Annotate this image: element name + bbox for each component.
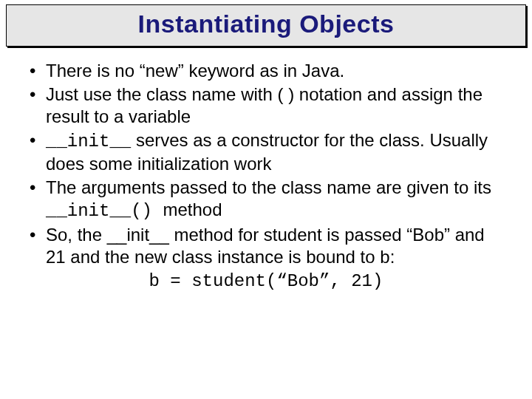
slide-title: Instantiating Objects: [138, 10, 395, 38]
list-item: There is no “new” keyword as in Java.: [30, 60, 502, 82]
slide: Instantiating Objects There is no “new” …: [0, 4, 532, 399]
bullet-text: The arguments passed to the class name a…: [46, 177, 491, 197]
bullet-text: So, the __init__ method for student is p…: [46, 225, 485, 267]
list-item: So, the __init__ method for student is p…: [30, 224, 502, 268]
list-item: Just use the class name with ( ) notatio…: [30, 83, 502, 128]
list-item: __init__ serves as a constructor for the…: [30, 129, 502, 175]
code-inline: __init__: [46, 132, 131, 151]
bullet-text: Just use the class name with ( ) notatio…: [46, 84, 482, 126]
bullet-list: There is no “new” keyword as in Java. Ju…: [30, 60, 502, 268]
code-inline: __init__(): [46, 201, 163, 221]
slide-content: There is no “new” keyword as in Java. Ju…: [30, 60, 502, 291]
bullet-text: method: [163, 200, 222, 219]
bullet-text: There is no “new” keyword as in Java.: [46, 61, 344, 81]
title-bar: Instantiating Objects: [6, 4, 526, 47]
list-item: The arguments passed to the class name a…: [30, 177, 502, 222]
code-example: b = student(“Bob”, 21): [30, 271, 502, 291]
